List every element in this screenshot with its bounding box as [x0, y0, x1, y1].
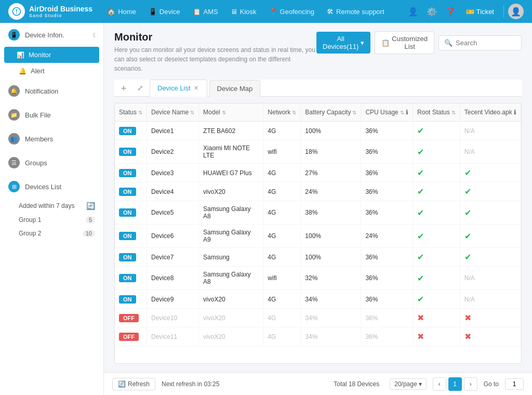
cell-battery: 34%: [301, 327, 361, 346]
cell-network: 4G: [263, 327, 301, 346]
nav-device[interactable]: 📱 Device: [142, 0, 187, 23]
cell-status: ON: [115, 225, 147, 248]
cell-status: ON: [115, 290, 147, 309]
sidebar-item-notification[interactable]: 🔔 Notification: [0, 79, 103, 103]
col-battery[interactable]: Battery Capacity⇅: [301, 103, 361, 122]
col-network[interactable]: Network⇅: [263, 103, 301, 122]
cell-battery: 34%: [301, 290, 361, 309]
cell-battery: 100%: [301, 122, 361, 140]
cell-battery: 24%: [301, 182, 361, 201]
settings-icon[interactable]: ⚙️: [423, 3, 440, 20]
nav-divider: [503, 5, 504, 18]
nav-geofencing[interactable]: 📍 Geofencing: [263, 0, 321, 23]
col-root[interactable]: Root Status⇅: [413, 103, 460, 122]
goto-input[interactable]: [505, 378, 524, 390]
cell-app: N/A: [460, 267, 521, 290]
col-model[interactable]: Model⇅: [199, 103, 263, 122]
cell-root: ✔: [413, 122, 460, 140]
ticket-button[interactable]: 🎫 Ticket: [461, 6, 499, 18]
nav-home[interactable]: 🏠 Home: [101, 0, 142, 23]
search-box: 🔍: [438, 35, 522, 50]
tab-device-map[interactable]: Device Map: [209, 80, 261, 97]
cell-app: ✖: [460, 327, 521, 346]
customized-list-button[interactable]: 📋 Customized List: [375, 31, 434, 54]
refresh-button[interactable]: 🔄 Refresh: [112, 378, 155, 390]
table-row: ON Device9 vivoX20 4G 34% 36% ✔ N/A: [115, 290, 521, 309]
sidebar-added-within[interactable]: Added within 7 days 🔄: [0, 199, 103, 213]
help-icon[interactable]: ❓: [442, 3, 459, 20]
next-page-button[interactable]: ›: [464, 377, 477, 391]
table-row: ON Device1 ZTE BA602 4G 100% 36% ✔ N/A: [115, 122, 521, 140]
notification-icon: 🔔: [8, 85, 20, 97]
cell-network: 4G: [263, 309, 301, 327]
nav-ams[interactable]: 📋 AMS: [187, 0, 224, 23]
cell-device-name: Device8: [147, 267, 199, 290]
main-content: Monitor Here you can monitor all your de…: [104, 23, 532, 372]
page-title-section: Monitor Here you can monitor all your de…: [114, 31, 316, 73]
cell-app: ✔: [460, 248, 521, 267]
cell-battery: 100%: [301, 225, 361, 248]
status-badge: ON: [119, 148, 136, 156]
sidebar-item-monitor[interactable]: 📊 Monitor: [4, 47, 99, 63]
tab-device-list[interactable]: Device List ✕: [150, 80, 207, 97]
cell-model: ZTE BA602: [199, 122, 263, 140]
cell-status: ON: [115, 182, 147, 201]
cell-status: ON: [115, 164, 147, 182]
sidebar-item-devices-list[interactable]: ⊞ Devices List: [0, 175, 103, 199]
col-app[interactable]: Tecent Video.apk ℹ: [460, 103, 521, 122]
cell-network: 4G: [263, 201, 301, 225]
all-devices-button[interactable]: All Devices(11) ▾: [316, 32, 370, 54]
col-device-name[interactable]: Device Name⇅: [147, 103, 199, 122]
status-badge: ON: [119, 208, 136, 217]
tab-add-button[interactable]: ＋: [116, 81, 131, 95]
logo-icon: [8, 3, 25, 20]
sidebar-item-bulk-file[interactable]: 📁 Bulk File: [0, 103, 103, 127]
table-row: ON Device8 Samsung Galaxy A8 wifi 32% 36…: [115, 267, 521, 290]
col-status[interactable]: Status⇅: [115, 103, 147, 122]
cell-model: vivoX20: [199, 327, 263, 346]
sidebar-item-members[interactable]: 👥 Members: [0, 127, 103, 151]
header-actions: All Devices(11) ▾ 📋 Customized List 🔍: [316, 31, 522, 54]
tab-expand-button[interactable]: ⤢: [133, 81, 148, 95]
prev-page-button[interactable]: ‹: [433, 377, 446, 391]
per-page-selector[interactable]: 20/page ▾: [390, 378, 426, 390]
cell-battery: 18%: [301, 140, 361, 164]
tab-close-icon[interactable]: ✕: [193, 85, 200, 91]
cell-model: Samsung Galaxy A8: [199, 201, 263, 225]
cell-device-name: Device6: [147, 225, 199, 248]
app-logo[interactable]: AirDroid Business Sand Studio: [8, 3, 92, 20]
cell-app: ✔: [460, 164, 521, 182]
ams-icon: 📋: [193, 8, 201, 16]
cell-cpu: 36%: [361, 201, 413, 225]
cell-app: N/A: [460, 122, 521, 140]
col-cpu[interactable]: CPU Usage⇅ ℹ: [361, 103, 413, 122]
search-input[interactable]: [456, 39, 518, 47]
cell-device-name: Device9: [147, 290, 199, 309]
status-badge: OFF: [119, 314, 139, 322]
sidebar-group2[interactable]: Group 2 10: [0, 227, 103, 240]
table-row: ON Device2 Xiaomi MI NOTE LTE wifi 18% 3…: [115, 140, 521, 164]
cell-cpu: 36%: [361, 122, 413, 140]
device-info-icon: 📱: [8, 29, 20, 41]
nav-kiosk[interactable]: 🖥 Kiosk: [224, 0, 263, 23]
monitor-icon: 📊: [17, 51, 24, 59]
table-header-row: Status⇅ Device Name⇅ Model⇅ Network⇅ Bat…: [115, 103, 521, 122]
sidebar-item-groups[interactable]: ☰ Groups: [0, 151, 103, 175]
collapse-icon: ⟨: [93, 32, 95, 38]
cell-cpu: 36%: [361, 248, 413, 267]
cell-status: ON: [115, 122, 147, 140]
nav-remote-support[interactable]: 🛠 Remote support: [321, 0, 391, 23]
user-avatar[interactable]: 👤: [508, 4, 524, 19]
goto-label: Go to: [484, 380, 499, 388]
sidebar-item-alert[interactable]: 🔔 Alert: [0, 63, 103, 79]
cell-device-name: Device2: [147, 140, 199, 164]
sidebar: 📱 Device Infon. ⟨ 📊 Monitor 🔔 Alert 🔔 No…: [0, 23, 104, 395]
remote-icon: 🛠: [327, 8, 334, 16]
sidebar-item-device-info[interactable]: 📱 Device Infon. ⟨: [0, 23, 103, 47]
cell-network: 4G: [263, 290, 301, 309]
page-1-button[interactable]: 1: [448, 377, 462, 391]
cell-cpu: 36%: [361, 327, 413, 346]
notifications-icon[interactable]: 👤: [405, 3, 421, 20]
total-devices-text: Total 18 Devices: [334, 380, 379, 388]
sidebar-group1[interactable]: Group 1 5: [0, 213, 103, 227]
